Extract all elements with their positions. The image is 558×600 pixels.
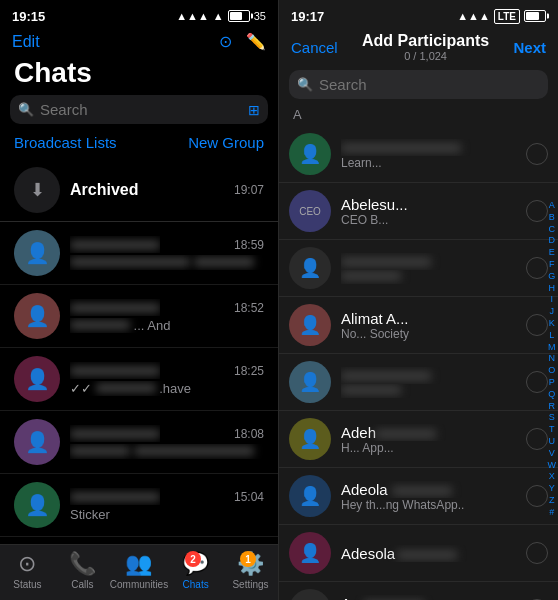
alpha-a[interactable]: A bbox=[549, 200, 555, 211]
contact-info: Learn... bbox=[341, 139, 516, 170]
alpha-hash[interactable]: # bbox=[549, 507, 554, 518]
nav-chats[interactable]: 💬 Chats 2 bbox=[168, 551, 223, 590]
filter-icon[interactable]: ⊞ bbox=[248, 102, 260, 118]
contact-item[interactable]: 👤 Adesola bbox=[279, 525, 558, 582]
alpha-l[interactable]: L bbox=[549, 330, 554, 341]
alpha-s[interactable]: S bbox=[549, 412, 555, 423]
nav-status[interactable]: ⊙ Status bbox=[0, 551, 55, 590]
search-input[interactable] bbox=[40, 101, 242, 118]
contact-checkbox[interactable] bbox=[526, 257, 548, 279]
battery-fill bbox=[230, 12, 243, 20]
nav-settings[interactable]: ⚙️ Settings 1 bbox=[223, 551, 278, 590]
avatar: 👤 bbox=[14, 482, 60, 528]
nav-calls[interactable]: 📞 Calls bbox=[55, 551, 110, 590]
alpha-c[interactable]: C bbox=[549, 224, 556, 235]
alpha-b[interactable]: B bbox=[549, 212, 555, 223]
avatar: 👤 bbox=[14, 356, 60, 402]
chat-item[interactable]: 👤 18:59 bbox=[0, 222, 278, 285]
contact-avatar: 👤 bbox=[289, 361, 331, 403]
contact-item[interactable]: 👤 bbox=[279, 240, 558, 297]
left-top-bar: Edit ⊙ ✏️ bbox=[0, 28, 278, 55]
broadcast-lists-link[interactable]: Broadcast Lists bbox=[14, 134, 117, 151]
chat-item[interactable]: 👤 18:08 bbox=[0, 411, 278, 474]
alpha-m[interactable]: M bbox=[548, 342, 556, 353]
contact-avatar: 👤 bbox=[289, 589, 331, 600]
contact-name: Adeola bbox=[341, 481, 516, 498]
contact-item[interactable]: 👤 Adeola Hey th...ng WhatsApp.. bbox=[279, 468, 558, 525]
settings-label: Settings bbox=[232, 579, 268, 590]
alpha-y[interactable]: Y bbox=[549, 483, 555, 494]
contact-checkbox[interactable] bbox=[526, 428, 548, 450]
chat-item[interactable]: 👤 18:25 ✓✓ .have bbox=[0, 348, 278, 411]
contact-status: Hey th...ng WhatsApp.. bbox=[341, 498, 516, 512]
contact-checkbox[interactable] bbox=[526, 542, 548, 564]
contact-checkbox[interactable] bbox=[526, 314, 548, 336]
contact-checkbox[interactable] bbox=[526, 200, 548, 222]
contact-item[interactable]: 👤 Learn... bbox=[279, 126, 558, 183]
nav-communities[interactable]: 👥 Communities bbox=[110, 551, 168, 590]
contact-name bbox=[341, 367, 516, 384]
chats-title: Chats bbox=[0, 55, 278, 95]
contact-item[interactable]: CEO Abelesu... CEO B... bbox=[279, 183, 558, 240]
compose-icon[interactable]: ✏️ bbox=[246, 32, 266, 51]
avatar: 👤 bbox=[14, 230, 60, 276]
broadcast-row: Broadcast Lists New Group bbox=[0, 130, 278, 159]
search-icon: 🔍 bbox=[18, 102, 34, 117]
contact-checkbox[interactable] bbox=[526, 485, 548, 507]
right-search-bar: 🔍 bbox=[289, 70, 548, 99]
chat-info: 18:25 ✓✓ .have bbox=[70, 362, 264, 396]
blurred-name bbox=[70, 240, 160, 250]
alpha-p[interactable]: P bbox=[549, 377, 555, 388]
alpha-q[interactable]: Q bbox=[548, 389, 555, 400]
alpha-w[interactable]: W bbox=[548, 460, 557, 471]
alpha-g[interactable]: G bbox=[548, 271, 555, 282]
contact-info: Adesola bbox=[341, 545, 516, 562]
alpha-z[interactable]: Z bbox=[549, 495, 555, 506]
contact-status bbox=[341, 384, 516, 398]
camera-icon[interactable]: ⊙ bbox=[219, 32, 232, 51]
new-group-link[interactable]: New Group bbox=[188, 134, 264, 151]
contact-item[interactable]: 👤 Adeh H... App... bbox=[279, 411, 558, 468]
alpha-x[interactable]: X bbox=[549, 471, 555, 482]
alpha-d[interactable]: D bbox=[549, 235, 556, 246]
battery-label: 35 bbox=[254, 10, 266, 22]
alpha-j[interactable]: J bbox=[550, 306, 555, 317]
contact-info: Abelesu... CEO B... bbox=[341, 196, 516, 227]
alpha-f[interactable]: F bbox=[549, 259, 555, 270]
contact-checkbox[interactable] bbox=[526, 371, 548, 393]
cancel-button[interactable]: Cancel bbox=[291, 39, 338, 56]
bottom-nav: ⊙ Status 📞 Calls 👥 Communities 💬 Chats 2… bbox=[0, 544, 278, 600]
contact-name: Abelesu... bbox=[341, 196, 516, 213]
right-status-bar: 19:17 ▲▲▲ LTE bbox=[279, 0, 558, 28]
archived-row[interactable]: ⬇ Archived 19:07 bbox=[0, 159, 278, 222]
edit-button[interactable]: Edit bbox=[12, 33, 40, 51]
contact-name: Au bbox=[341, 595, 516, 601]
right-battery-icon bbox=[524, 10, 546, 22]
alpha-r[interactable]: R bbox=[549, 401, 556, 412]
next-button[interactable]: Next bbox=[513, 39, 546, 56]
contacts-list: A 👤 Learn... CEO Abelesu... CEO B... 👤 bbox=[279, 99, 558, 600]
alpha-e[interactable]: E bbox=[549, 247, 555, 258]
alpha-h[interactable]: H bbox=[549, 283, 556, 294]
right-search-input[interactable] bbox=[319, 76, 540, 93]
contact-checkbox[interactable] bbox=[526, 143, 548, 165]
alphabet-index: A B C D E F G H I J K L M N O P Q R S T … bbox=[548, 200, 557, 518]
contact-item[interactable]: 👤 Au don't ... bbox=[279, 582, 558, 600]
contact-avatar: 👤 bbox=[289, 304, 331, 346]
alpha-i[interactable]: I bbox=[550, 294, 553, 305]
alpha-n[interactable]: N bbox=[549, 353, 556, 364]
alpha-t[interactable]: T bbox=[549, 424, 555, 435]
alpha-k[interactable]: K bbox=[549, 318, 555, 329]
right-status-icons: ▲▲▲ LTE bbox=[457, 9, 546, 24]
contact-item[interactable]: 👤 bbox=[279, 354, 558, 411]
chat-time: 15:04 bbox=[234, 490, 264, 504]
contact-item[interactable]: 👤 Alimat A... No... Society bbox=[279, 297, 558, 354]
contact-avatar: CEO bbox=[289, 190, 331, 232]
chat-item[interactable]: 👤 15:04 Sticker bbox=[0, 474, 278, 537]
alpha-o[interactable]: O bbox=[548, 365, 555, 376]
chat-item[interactable]: 👤 18:52 ... And bbox=[0, 285, 278, 348]
contact-name: Alimat A... bbox=[341, 310, 516, 327]
chats-nav-label: Chats bbox=[183, 579, 209, 590]
alpha-u[interactable]: U bbox=[549, 436, 556, 447]
alpha-v[interactable]: V bbox=[549, 448, 555, 459]
